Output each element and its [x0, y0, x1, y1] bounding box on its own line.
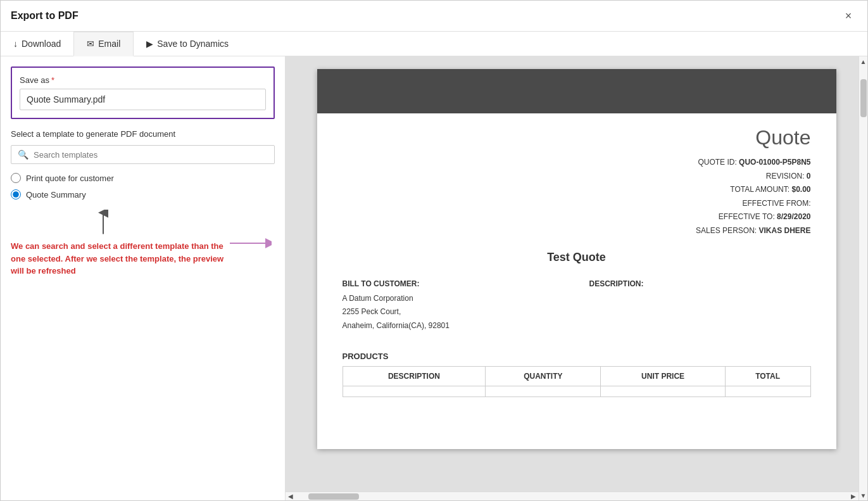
- pdf-meta-eff-to-label: EFFECTIVE TO:: [719, 212, 775, 221]
- modal-body: Save as* Select a template to generate P…: [1, 56, 867, 500]
- pdf-page: Quote QUOTE ID: QUO-01000-P5P8N5 REVISIO…: [317, 69, 836, 449]
- pdf-bill-to-values: A Datum Corporation 2255 Peck Court, Ana…: [343, 292, 564, 333]
- pdf-doc-title: Test Quote: [343, 251, 811, 264]
- email-icon: ✉: [87, 39, 94, 49]
- pdf-preview: Quote QUOTE ID: QUO-01000-P5P8N5 REVISIO…: [286, 56, 867, 500]
- search-box: 🔍: [11, 145, 275, 164]
- arrow-right-icon: [227, 234, 272, 253]
- pdf-meta-sales-person-label: SALES PERSON:: [696, 226, 757, 235]
- pdf-meta-eff-to-value: 8/29/2020: [777, 212, 810, 221]
- annotation-text: We can search and select a different tem…: [11, 240, 224, 277]
- pdf-bill-to: BILL TO CUSTOMER: A Datum Corporation 22…: [343, 279, 564, 333]
- table-cell-desc: [343, 386, 486, 397]
- pdf-meta-sales-person: SALES PERSON: VIKAS DHERE: [343, 224, 811, 238]
- pdf-bill-address2: Anaheim, California(CA), 92801: [343, 319, 564, 333]
- pdf-bill-address1: 2255 Peck Court,: [343, 305, 564, 319]
- radio-quote-summary[interactable]: [11, 189, 21, 200]
- tab-save-to-dynamics-label: Save to Dynamics: [157, 39, 229, 49]
- save-as-label: Save as*: [20, 75, 266, 85]
- pdf-description: DESCRIPTION:: [589, 279, 811, 333]
- pdf-col-unit-price: UNIT PRICE: [601, 367, 725, 386]
- pdf-meta-total-value: $0.00: [791, 185, 810, 194]
- pdf-meta-sales-person-value: VIKAS DHERE: [758, 226, 810, 235]
- tab-bar: ↓ Download ✉ Email ▶ Save to Dynamics: [1, 32, 867, 56]
- modal-title: Export to PDF: [11, 10, 79, 22]
- pdf-content: Quote QUOTE ID: QUO-01000-P5P8N5 REVISIO…: [317, 113, 836, 410]
- save-as-section: Save as*: [11, 67, 275, 119]
- pdf-meta-total: TOTAL AMOUNT: $0.00: [343, 183, 811, 197]
- pdf-meta-total-label: TOTAL AMOUNT:: [730, 185, 789, 194]
- radio-print-quote-label: Print quote for customer: [26, 174, 114, 183]
- play-icon: ▶: [146, 39, 153, 49]
- save-as-input[interactable]: [20, 89, 266, 110]
- pdf-meta-eff-to: EFFECTIVE TO: 8/29/2020: [343, 210, 811, 224]
- template-label: Select a template to generate PDF docume…: [11, 129, 275, 139]
- arrow-right-area: [224, 210, 275, 277]
- pdf-col-quantity: QUANTITY: [486, 367, 601, 386]
- scroll-down-arrow[interactable]: ▼: [859, 490, 867, 500]
- tab-email[interactable]: ✉ Email: [73, 32, 134, 56]
- close-button[interactable]: ×: [840, 7, 857, 25]
- table-cell-qty: [486, 386, 601, 397]
- pdf-bill-row: BILL TO CUSTOMER: A Datum Corporation 22…: [343, 279, 811, 333]
- search-icon: 🔍: [18, 149, 28, 160]
- scroll-left-arrow[interactable]: ◀: [286, 492, 296, 500]
- export-to-pdf-modal: Export to PDF × ↓ Download ✉ Email ▶ Sav…: [0, 0, 868, 501]
- tab-email-label: Email: [98, 39, 120, 49]
- pdf-meta-eff-from-label: EFFECTIVE FROM:: [743, 199, 811, 208]
- pdf-col-description: DESCRIPTION: [343, 367, 486, 386]
- pdf-meta-revision-label: REVISION:: [766, 172, 805, 181]
- template-option-print-quote[interactable]: Print quote for customer: [11, 173, 275, 183]
- left-panel: Save as* Select a template to generate P…: [1, 56, 286, 500]
- pdf-quote-title: Quote: [343, 126, 811, 149]
- pdf-meta-revision-value: 0: [807, 172, 811, 181]
- tab-download-label: Download: [22, 39, 61, 49]
- annotation-left: We can search and select a different tem…: [11, 210, 224, 277]
- scroll-up-arrow[interactable]: ▲: [859, 56, 867, 67]
- pdf-header-bar: [317, 69, 836, 113]
- search-input[interactable]: [34, 150, 268, 160]
- pdf-products-label: PRODUCTS: [343, 352, 811, 361]
- right-panel: Quote QUOTE ID: QUO-01000-P5P8N5 REVISIO…: [286, 56, 867, 500]
- pdf-meta: QUOTE ID: QUO-01000-P5P8N5 REVISION: 0 T…: [343, 156, 811, 238]
- table-cell-unit: [601, 386, 725, 397]
- pdf-description-label: DESCRIPTION:: [589, 279, 811, 288]
- scroll-thumb-h[interactable]: [308, 493, 359, 500]
- pdf-meta-eff-from: EFFECTIVE FROM:: [343, 197, 811, 211]
- annotation-wrapper: We can search and select a different tem…: [11, 210, 275, 277]
- arrow-up-icon: [93, 210, 113, 235]
- template-option-quote-summary[interactable]: Quote Summary: [11, 189, 275, 200]
- scroll-thumb-v[interactable]: [860, 79, 867, 117]
- radio-quote-summary-label: Quote Summary: [26, 190, 86, 200]
- pdf-meta-quote-id-value: QUO-01000-P5P8N5: [739, 158, 810, 167]
- tab-save-to-dynamics[interactable]: ▶ Save to Dynamics: [134, 32, 241, 56]
- pdf-bill-to-label: BILL TO CUSTOMER:: [343, 279, 564, 288]
- modal-header: Export to PDF ×: [1, 1, 867, 32]
- horizontal-scrollbar[interactable]: ◀ ▶: [286, 491, 859, 500]
- pdf-meta-revision: REVISION: 0: [343, 170, 811, 184]
- pdf-meta-quote-id: QUOTE ID: QUO-01000-P5P8N5: [343, 156, 811, 170]
- pdf-bill-company: A Datum Corporation: [343, 292, 564, 306]
- pdf-products-table: DESCRIPTION QUANTITY UNIT PRICE TOTAL: [343, 366, 811, 397]
- pdf-col-total: TOTAL: [725, 367, 810, 386]
- tab-download[interactable]: ↓ Download: [1, 32, 73, 56]
- arrow-up-area: [93, 210, 224, 235]
- table-cell-total: [725, 386, 810, 397]
- pdf-meta-quote-id-label: QUOTE ID:: [698, 158, 736, 167]
- table-row: [343, 386, 810, 397]
- scroll-right-arrow[interactable]: ▶: [848, 492, 859, 500]
- vertical-scrollbar[interactable]: ▲ ▼: [859, 56, 867, 500]
- radio-print-quote[interactable]: [11, 173, 21, 183]
- download-icon: ↓: [13, 39, 18, 49]
